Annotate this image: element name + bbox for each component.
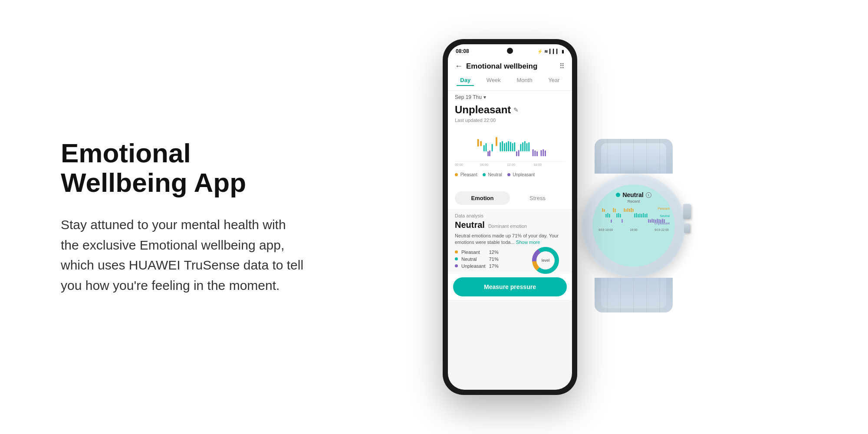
chart-area: 00:00 06:00 12:00 18:00 Pleasant — [448, 126, 572, 187]
svg-rect-21 — [516, 151, 517, 156]
status-icons: ⚡ ≋ ▎▎▎ ▮ — [537, 49, 564, 54]
svg-rect-49 — [626, 209, 627, 212]
donut-chart: level — [530, 245, 561, 277]
svg-rect-12 — [512, 143, 513, 151]
app-content: Sep 19 Thu ▾ Unpleasant ✎ Last updated 2… — [448, 91, 572, 300]
status-time: 08:08 — [456, 48, 469, 54]
svg-rect-62 — [638, 214, 639, 217]
svg-rect-18 — [528, 142, 529, 151]
data-analysis-label: Data analysis — [455, 213, 565, 218]
tabs-bar: Day Week Month Year — [448, 75, 572, 91]
watch-emotion-labels: Pleasant Neutral Unpleasant — [654, 207, 670, 225]
stress-toggle-btn[interactable]: Stress — [510, 191, 565, 205]
pleasant-row: Pleasant 12% — [455, 250, 499, 255]
svg-rect-6 — [500, 142, 501, 151]
svg-rect-22 — [518, 150, 519, 156]
pleasant-dot — [455, 173, 458, 176]
back-arrow-icon[interactable]: ← — [455, 62, 463, 71]
pleasant-breakdown-value: 12% — [489, 250, 499, 255]
svg-rect-44 — [602, 208, 603, 212]
svg-rect-52 — [631, 208, 632, 212]
svg-rect-57 — [617, 214, 618, 217]
emotion-breakdown: Pleasant 12% Neutral 71% — [455, 250, 499, 269]
svg-rect-4 — [486, 143, 487, 151]
watch-device: Neutral i Recent — [573, 139, 694, 286]
watch-time-labels: 9/19 10:00 16:00 9/19 22:00 — [597, 228, 671, 231]
svg-rect-51 — [629, 209, 630, 212]
dominant-emotion-name: Neutral — [455, 220, 485, 230]
page-title: Emotional Wellbeing App — [61, 138, 304, 197]
svg-text:level: level — [542, 258, 550, 263]
svg-rect-16 — [524, 141, 526, 151]
svg-rect-0 — [477, 139, 479, 146]
svg-rect-9 — [506, 142, 507, 151]
tab-month[interactable]: Month — [513, 75, 536, 86]
svg-rect-28 — [545, 151, 546, 156]
measure-pressure-button[interactable]: Measure pressure — [453, 277, 567, 296]
tab-week[interactable]: Week — [483, 75, 504, 86]
svg-rect-55 — [608, 213, 608, 217]
data-analysis-section: Data analysis Neutral Dominant emotion N… — [448, 209, 572, 274]
svg-rect-64 — [641, 214, 642, 217]
watch-neutral-label: Neutral i — [616, 191, 651, 198]
svg-rect-58 — [618, 213, 619, 217]
watch-neutral-dot — [616, 193, 620, 197]
svg-text:00:00: 00:00 — [455, 163, 463, 167]
app-header: ← Emotional wellbeing ⠿ — [448, 58, 572, 75]
watch-time-start: 9/19 10:00 — [598, 228, 613, 231]
watch-unpleasant-label: Unpleasant — [654, 222, 670, 225]
svg-rect-63 — [640, 214, 641, 217]
emotion-header: Unpleasant ✎ — [448, 102, 572, 117]
show-more-link[interactable]: Show more — [516, 240, 540, 245]
watch-crown — [683, 204, 691, 219]
svg-rect-48 — [624, 208, 625, 212]
unpleasant-breakdown-label: Unpleasant — [461, 263, 486, 269]
wifi-icon: ≋ — [544, 49, 548, 54]
watch-neutral-text: Neutral — [622, 191, 643, 198]
svg-rect-20 — [489, 151, 490, 156]
svg-text:06:00: 06:00 — [480, 163, 488, 167]
svg-rect-50 — [628, 208, 628, 212]
phone-screen: 08:08 ⚡ ≋ ▎▎▎ ▮ ← Emotional wellbeing ⠿ — [448, 44, 572, 390]
svg-rect-65 — [643, 213, 644, 217]
neutral-breakdown-label: Neutral — [461, 256, 486, 262]
more-options-icon[interactable]: ⠿ — [559, 62, 565, 70]
svg-rect-46 — [613, 208, 614, 212]
watch-info-icon[interactable]: i — [646, 192, 651, 198]
app-title: Emotional wellbeing — [466, 62, 559, 71]
date-dropdown-icon[interactable]: ▾ — [483, 94, 486, 100]
svg-rect-14 — [520, 144, 522, 151]
dominant-emotion: Neutral Dominant emotion — [455, 220, 565, 230]
devices-section: 08:08 ⚡ ≋ ▎▎▎ ▮ ← Emotional wellbeing ⠿ — [304, 0, 833, 434]
svg-rect-3 — [483, 145, 485, 151]
svg-rect-59 — [620, 214, 621, 217]
watch-screen: Neutral i Recent — [592, 184, 675, 267]
emotion-toggle-btn[interactable]: Emotion — [455, 191, 510, 205]
svg-rect-1 — [480, 141, 482, 146]
emotion-stress-toggle: Emotion Stress — [448, 187, 572, 209]
watch-crown-small — [684, 224, 690, 233]
watch-pleasant-label: Pleasant — [658, 207, 670, 210]
legend-unpleasant: Unpleasant — [507, 172, 535, 177]
page-container: Emotional Wellbeing App Stay attuned to … — [0, 0, 868, 434]
phone-outer-shell: 08:08 ⚡ ≋ ▎▎▎ ▮ ← Emotional wellbeing ⠿ — [443, 39, 577, 395]
tab-year[interactable]: Year — [545, 75, 563, 86]
camera-notch — [507, 48, 513, 54]
tab-day[interactable]: Day — [457, 75, 474, 86]
text-section: Emotional Wellbeing App Stay attuned to … — [35, 138, 304, 296]
bluetooth-icon: ⚡ — [537, 49, 542, 54]
watch-recent-label: Recent — [628, 199, 640, 204]
svg-text:12:00: 12:00 — [507, 163, 515, 167]
svg-rect-53 — [633, 209, 634, 212]
unpleasant-breakdown-value: 17% — [489, 263, 499, 269]
edit-icon[interactable]: ✎ — [513, 106, 519, 113]
svg-rect-60 — [635, 214, 635, 217]
watch-body: Neutral i Recent — [582, 174, 686, 278]
svg-text:18:00: 18:00 — [534, 163, 542, 167]
emotion-status-title: Unpleasant — [455, 104, 511, 116]
svg-rect-66 — [645, 214, 646, 217]
battery-icon: ▮ — [562, 49, 564, 54]
unpleasant-dot — [507, 173, 510, 176]
svg-rect-24 — [534, 151, 536, 156]
svg-rect-47 — [615, 209, 616, 212]
